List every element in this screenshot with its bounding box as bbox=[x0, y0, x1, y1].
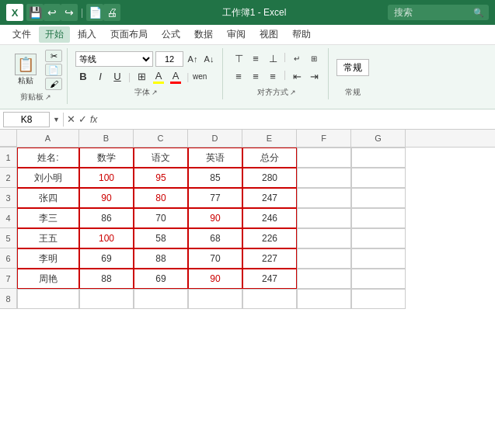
toolbar-undo[interactable]: ↩ bbox=[44, 4, 61, 21]
col-header-e[interactable]: E bbox=[242, 130, 297, 147]
cell-7-6[interactable] bbox=[351, 269, 406, 289]
font-size-input[interactable] bbox=[155, 51, 183, 67]
paste-button[interactable]: 📋 粘贴 bbox=[9, 50, 42, 90]
indent-increase[interactable]: ⇥ bbox=[306, 69, 322, 85]
cell-7-2[interactable]: 69 bbox=[134, 269, 188, 289]
merge-button[interactable]: ⊞ bbox=[306, 51, 322, 67]
cell-3-2[interactable]: 80 bbox=[134, 188, 188, 208]
cancel-icon[interactable]: ✕ bbox=[67, 113, 75, 125]
cell-7-3[interactable]: 90 bbox=[188, 269, 242, 289]
cell-8-3[interactable] bbox=[188, 289, 242, 309]
cell-6-4[interactable]: 227 bbox=[242, 248, 297, 269]
col-header-b[interactable]: B bbox=[79, 130, 134, 147]
cell-4-0[interactable]: 李三 bbox=[17, 208, 79, 228]
col-header-c[interactable]: C bbox=[134, 130, 188, 147]
align-top-button[interactable]: ⊤ bbox=[231, 51, 246, 67]
cell-2-5[interactable] bbox=[297, 168, 351, 188]
formula-input[interactable] bbox=[100, 114, 492, 125]
toolbar-file[interactable]: 📄 bbox=[86, 4, 103, 21]
menu-item-formula[interactable]: 公式 bbox=[155, 26, 186, 43]
cell-1-0[interactable]: 姓名: bbox=[17, 148, 79, 168]
menu-item-review[interactable]: 审阅 bbox=[221, 26, 252, 43]
cut-button[interactable]: ✂ bbox=[45, 50, 62, 62]
cell-4-6[interactable] bbox=[351, 208, 406, 228]
cell-ref-dropdown-icon[interactable]: ▼ bbox=[53, 116, 60, 123]
format-painter-button[interactable]: 🖌 bbox=[45, 78, 62, 90]
align-middle-button[interactable]: ≡ bbox=[248, 51, 263, 67]
cell-3-0[interactable]: 张四 bbox=[17, 188, 79, 208]
cell-2-2[interactable]: 95 bbox=[134, 168, 188, 188]
row-header-6[interactable]: 6 bbox=[0, 248, 17, 269]
cell-1-6[interactable] bbox=[351, 148, 406, 168]
toolbar-save[interactable]: 💾 bbox=[26, 4, 44, 21]
cell-3-3[interactable]: 77 bbox=[188, 188, 242, 208]
cell-8-2[interactable] bbox=[134, 289, 188, 309]
row-header-5[interactable]: 5 bbox=[0, 228, 17, 248]
cell-7-5[interactable] bbox=[297, 269, 351, 289]
wrap-button[interactable]: ↵ bbox=[289, 51, 305, 67]
cell-1-3[interactable]: 英语 bbox=[188, 148, 242, 168]
cell-1-5[interactable] bbox=[297, 148, 351, 168]
cell-5-4[interactable]: 226 bbox=[242, 228, 297, 248]
cell-3-1[interactable]: 90 bbox=[79, 188, 134, 208]
col-header-a[interactable]: A bbox=[17, 130, 79, 147]
cell-6-5[interactable] bbox=[297, 248, 351, 269]
row-header-1[interactable]: 1 bbox=[0, 148, 17, 168]
col-header-f[interactable]: F bbox=[297, 130, 351, 147]
cell-2-4[interactable]: 280 bbox=[242, 168, 297, 188]
cell-6-6[interactable] bbox=[351, 248, 406, 269]
toolbar-redo[interactable]: ↪ bbox=[61, 4, 78, 21]
menu-item-view[interactable]: 视图 bbox=[253, 26, 284, 43]
cell-4-1[interactable]: 86 bbox=[79, 208, 134, 228]
row-header-2[interactable]: 2 bbox=[0, 168, 17, 188]
cell-4-2[interactable]: 70 bbox=[134, 208, 188, 228]
search-box[interactable]: 🔍 bbox=[388, 5, 489, 20]
font-name-select[interactable]: 等线 bbox=[75, 51, 153, 67]
cell-6-3[interactable]: 70 bbox=[188, 248, 242, 269]
cell-6-0[interactable]: 李明 bbox=[17, 248, 79, 269]
function-icon[interactable]: fx bbox=[90, 114, 97, 125]
wrap-text-button[interactable]: wen bbox=[192, 69, 207, 85]
cell-6-2[interactable]: 88 bbox=[134, 248, 188, 269]
cell-8-6[interactable] bbox=[351, 289, 406, 309]
cell-3-4[interactable]: 247 bbox=[242, 188, 297, 208]
cell-2-6[interactable] bbox=[351, 168, 406, 188]
clipboard-expand-icon[interactable]: ↗ bbox=[45, 93, 51, 101]
cell-7-0[interactable]: 周艳 bbox=[17, 269, 79, 289]
align-right-button[interactable]: ≡ bbox=[265, 69, 281, 85]
menu-item-insert[interactable]: 插入 bbox=[71, 26, 103, 43]
cell-1-4[interactable]: 总分 bbox=[242, 148, 297, 168]
cell-1-1[interactable]: 数学 bbox=[79, 148, 134, 168]
italic-button[interactable]: I bbox=[92, 69, 108, 85]
cell-4-4[interactable]: 246 bbox=[242, 208, 297, 228]
confirm-icon[interactable]: ✓ bbox=[78, 113, 87, 125]
col-header-d[interactable]: D bbox=[188, 130, 242, 147]
font-size-decrease[interactable]: A↓ bbox=[202, 52, 216, 66]
menu-item-pagelayout[interactable]: 页面布局 bbox=[104, 26, 154, 43]
align-left-button[interactable]: ≡ bbox=[231, 69, 246, 85]
align-center-button[interactable]: ≡ bbox=[248, 69, 263, 85]
bold-button[interactable]: B bbox=[75, 69, 91, 85]
alignment-expand-icon[interactable]: ↗ bbox=[290, 89, 296, 96]
cell-4-3[interactable]: 90 bbox=[188, 208, 242, 228]
menu-item-data[interactable]: 数据 bbox=[188, 26, 219, 43]
menu-item-home[interactable]: 开始 bbox=[39, 26, 70, 43]
cell-5-6[interactable] bbox=[351, 228, 406, 248]
cell-6-1[interactable]: 69 bbox=[79, 248, 134, 269]
font-expand-icon[interactable]: ↗ bbox=[152, 89, 158, 96]
underline-button[interactable]: U bbox=[110, 69, 125, 85]
row-header-8[interactable]: 8 bbox=[0, 289, 17, 309]
border-button[interactable]: ⊞ bbox=[134, 69, 149, 85]
cell-5-5[interactable] bbox=[297, 228, 351, 248]
copy-button[interactable]: 📄 bbox=[45, 64, 62, 76]
indent-decrease[interactable]: ⇤ bbox=[289, 69, 305, 85]
font-size-increase[interactable]: A↑ bbox=[186, 52, 200, 66]
menu-item-help[interactable]: 帮助 bbox=[286, 26, 317, 43]
cell-8-4[interactable] bbox=[242, 289, 297, 309]
font-color-button[interactable]: A bbox=[168, 69, 183, 85]
cell-7-1[interactable]: 88 bbox=[79, 269, 134, 289]
cell-8-1[interactable] bbox=[79, 289, 134, 309]
cell-5-3[interactable]: 68 bbox=[188, 228, 242, 248]
cell-2-3[interactable]: 85 bbox=[188, 168, 242, 188]
fill-color-button[interactable]: A bbox=[151, 69, 166, 85]
